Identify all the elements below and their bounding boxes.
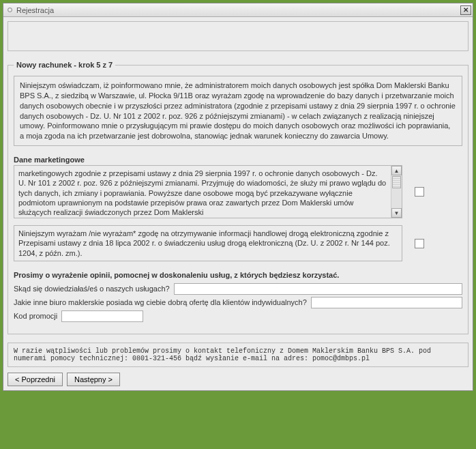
feedback-q1-input[interactable]: [174, 283, 462, 295]
help-footer: W razie wątpliwości lub problemów prosim…: [8, 343, 468, 367]
close-icon: ✕: [463, 6, 468, 14]
titlebar-bullet-icon: [8, 8, 12, 12]
marketing-checkbox[interactable]: [415, 187, 424, 197]
declaration-text: Niniejszym oświadczam, iż poinformowano …: [14, 76, 462, 146]
step-legend: Nowy rachunek - krok 5 z 7: [14, 61, 115, 69]
feedback-q2-input[interactable]: [311, 297, 462, 308]
marketing-textbox: marketingowych zgodnie z przepisami usta…: [14, 165, 402, 218]
next-button[interactable]: Następny >: [67, 373, 120, 386]
window-title: Rejestracja: [16, 6, 460, 14]
feedback-q3-label: Kod promocji: [14, 312, 57, 320]
step-fieldset: Nowy rachunek - krok 5 z 7 Niniejszym oś…: [8, 61, 468, 334]
marketing-label: Dane marketingowe: [14, 156, 462, 164]
scroll-down-button[interactable]: ▼: [391, 208, 402, 218]
feedback-q2-label: Jakie inne biuro maklerskie posiada wg c…: [14, 298, 307, 306]
registration-window: Rejestracja ✕ Nowy rachunek - krok 5 z 7…: [3, 3, 473, 391]
marketing-text: marketingowych zgodnie z przepisami usta…: [14, 166, 391, 218]
scroll-up-button[interactable]: ▲: [391, 166, 402, 175]
feedback-q1-label: Skąd się dowiedziałaś/eś o naszych usług…: [14, 285, 170, 293]
titlebar: Rejestracja ✕: [3, 3, 473, 17]
feedback-heading: Prosimy o wyrażenie opinii, pomocnej w d…: [14, 271, 462, 279]
scrollbar[interactable]: ▲ ▼: [391, 166, 402, 218]
previous-button[interactable]: < Poprzedni: [8, 373, 63, 386]
promo-code-input[interactable]: [61, 310, 143, 322]
electronic-consent-checkbox[interactable]: [415, 239, 424, 248]
nav-buttons: < Poprzedni Następny >: [8, 373, 468, 386]
scroll-thumb[interactable]: [392, 176, 401, 188]
blank-panel: [8, 21, 468, 51]
close-button[interactable]: ✕: [460, 5, 471, 15]
electronic-consent-text: Niniejszym wyrażam /nie wyrażam* zgodę n…: [14, 225, 402, 261]
scroll-track[interactable]: [391, 189, 402, 208]
